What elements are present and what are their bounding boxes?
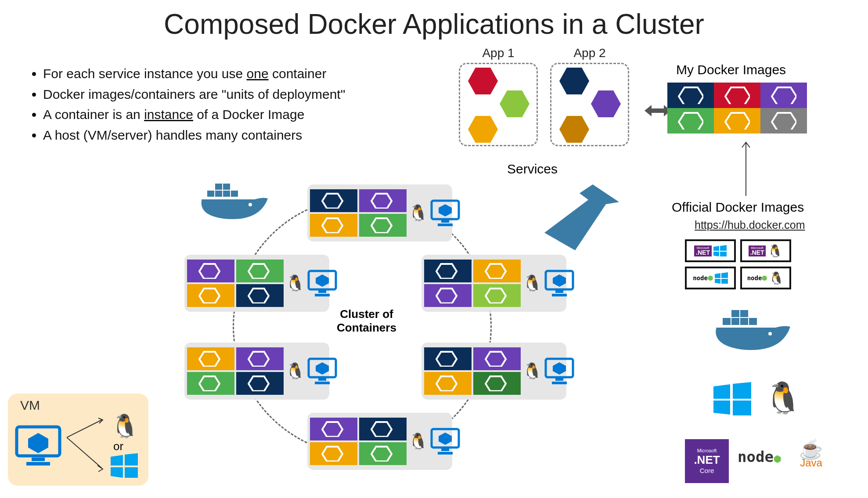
svg-marker-97 (713, 401, 730, 415)
container-box-icon (187, 284, 234, 307)
svg-marker-16 (713, 252, 719, 256)
deploy-arrow-icon (540, 180, 628, 261)
service-hex-icon (591, 90, 621, 117)
container-box-icon (359, 418, 407, 440)
official-image-box: Microsoft.NET (685, 239, 736, 262)
docker-image-box (667, 83, 714, 108)
container-box-icon (236, 372, 284, 395)
svg-rect-51 (555, 290, 563, 293)
svg-marker-47 (486, 264, 506, 279)
svg-rect-59 (318, 378, 326, 381)
container-box-icon (424, 260, 472, 282)
svg-marker-77 (439, 433, 452, 445)
svg-rect-92 (740, 318, 748, 325)
container-box-icon (359, 214, 407, 237)
svg-point-29 (249, 203, 252, 206)
svg-marker-21 (721, 279, 728, 284)
svg-rect-27 (223, 191, 230, 197)
svg-marker-96 (733, 382, 751, 399)
docker-whale-icon (198, 180, 272, 230)
vm-monitor-icon (544, 357, 575, 385)
vm-label: VM (20, 398, 142, 413)
svg-rect-68 (552, 382, 567, 384)
svg-marker-54 (199, 352, 220, 367)
svg-point-94 (768, 332, 772, 336)
svg-marker-85 (125, 453, 138, 466)
bullet-list: For each service instance you use one co… (31, 64, 345, 145)
svg-marker-49 (486, 289, 506, 303)
svg-marker-19 (721, 272, 728, 278)
svg-marker-31 (371, 194, 392, 209)
svg-marker-20 (715, 279, 720, 284)
cluster-node: 🐧 (184, 343, 329, 400)
docker-hub-link[interactable]: https://hub.docker.com (695, 219, 805, 231)
svg-rect-52 (552, 294, 567, 296)
official-images-label: Official Docker Images (672, 200, 804, 215)
svg-marker-1 (500, 90, 529, 117)
service-hex-icon (468, 116, 498, 143)
svg-marker-14 (713, 246, 719, 251)
svg-rect-35 (441, 220, 449, 223)
svg-marker-10 (679, 113, 703, 130)
container-box-icon (424, 372, 472, 395)
linux-icon: 🐧 (408, 204, 428, 222)
windows-logo (713, 382, 751, 417)
svg-line-83 (67, 437, 102, 468)
container-box-icon (473, 347, 521, 370)
nodejs-logo: node⬢ (738, 448, 781, 466)
bullet-item: Docker images/containers are "units of d… (43, 84, 345, 105)
service-hex-icon (468, 68, 498, 94)
container-box-icon (473, 372, 521, 395)
service-hex-icon (559, 68, 589, 94)
docker-whale-icon-2 (711, 307, 795, 362)
svg-marker-65 (486, 376, 506, 391)
svg-marker-22 (544, 184, 619, 250)
container-box-icon (473, 260, 521, 282)
java-logo: ☕ Java (799, 441, 823, 469)
svg-marker-41 (249, 289, 269, 303)
app1-label: App 1 (459, 46, 538, 60)
vm-monitor-icon (307, 357, 338, 385)
container-box-icon (236, 347, 284, 370)
container-box-icon (424, 347, 472, 370)
linux-logo: 🐧 (764, 380, 802, 416)
or-label: or (113, 440, 139, 453)
container-box-icon (236, 260, 284, 282)
vm-monitor-icon (430, 199, 461, 227)
official-image-box: node⬢🐧 (740, 267, 791, 289)
docker-image-box (714, 108, 760, 134)
page-title: Composed Docker Applications in a Cluste… (0, 0, 868, 40)
svg-marker-95 (713, 384, 730, 399)
svg-marker-72 (322, 447, 342, 462)
svg-rect-80 (26, 462, 50, 466)
svg-rect-76 (438, 452, 453, 455)
linux-icon: 🐧 (522, 274, 542, 292)
container-box-icon (310, 189, 357, 212)
linux-icon: 🐧 (285, 362, 305, 380)
svg-marker-46 (436, 264, 457, 279)
svg-marker-86 (111, 467, 123, 478)
docker-image-box (760, 108, 807, 134)
container-box-icon (359, 189, 407, 212)
cluster-node: 🐧 (184, 255, 329, 312)
container-box-icon (424, 284, 472, 307)
svg-marker-53 (553, 274, 566, 287)
linux-icon: 🐧 (408, 432, 428, 451)
container-box-icon (473, 284, 521, 307)
svg-marker-73 (371, 447, 392, 462)
svg-marker-63 (486, 352, 506, 367)
svg-marker-55 (249, 352, 269, 367)
cluster-label: Cluster of Containers (336, 307, 397, 335)
svg-marker-69 (553, 362, 566, 375)
svg-marker-15 (720, 245, 727, 251)
svg-rect-28 (231, 191, 238, 197)
my-images-label: My Docker Images (676, 62, 786, 77)
svg-rect-90 (723, 318, 731, 325)
linux-icon: 🐧 (111, 413, 139, 440)
dotnet-core-logo: Microsoft .NET Core (685, 439, 729, 483)
cluster-node: 🐧 (307, 413, 452, 470)
container-box-icon (310, 442, 357, 465)
svg-marker-62 (436, 352, 457, 367)
svg-marker-39 (249, 264, 269, 279)
svg-rect-24 (223, 184, 230, 190)
